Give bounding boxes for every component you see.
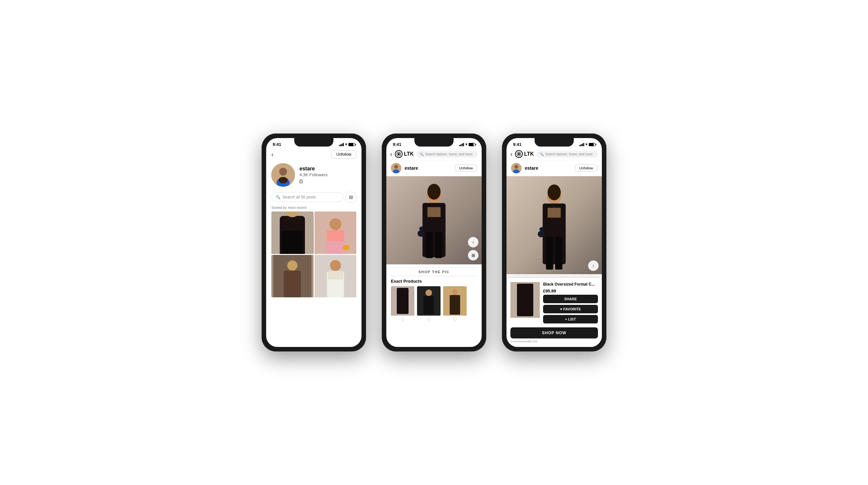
svg-point-1 [279,168,287,175]
svg-point-19 [330,260,341,271]
shop-now-btn[interactable]: SHOP NOW [510,327,598,338]
svg-rect-55 [555,237,562,269]
creator-row-3: estare Unfollow [506,160,602,176]
favorite-icon-3[interactable]: ♡ [453,317,457,322]
svg-point-36 [418,230,424,237]
svg-point-16 [287,260,298,270]
signal-icon-2 [459,143,464,146]
share-action-btn-2[interactable]: ↑ [468,237,478,248]
product-thumb-3[interactable]: ♡ [443,286,467,322]
profile-info: estare 4.3K Followers ⎙ [300,166,328,185]
grid-item-2[interactable] [314,212,356,254]
phone-2: 9:41 ▾ ‹ [382,133,486,352]
product-thumb-2[interactable]: ♡ [417,286,440,322]
creator-avatar-3 [511,163,522,173]
favorite-product-btn[interactable]: ♥ FAVORITE [543,305,598,313]
ltk-logo-svg-3 [517,152,521,156]
unfollow-button-2[interactable]: Unfollow [455,164,477,172]
profile-followers: 4.3K Followers [300,172,328,177]
svg-rect-54 [546,237,553,269]
status-icons-2: ▾ [459,142,475,147]
back-button-1[interactable]: ‹ [271,151,279,158]
product-thumb-1[interactable]: ♡ [391,286,414,322]
ltk-search-2[interactable]: 🔍 Search fashion, home, and more [416,151,478,158]
unfollow-button-1[interactable]: Unfollow [332,150,356,159]
grid-photo-4 [314,255,356,297]
post-photo-3: ↑ [506,176,602,274]
product-svg-2 [417,286,440,316]
product-img-1 [391,286,414,316]
list-product-btn[interactable]: + LIST [543,315,598,323]
signal-icon-3 [579,143,584,146]
svg-rect-38 [397,288,408,314]
back-button-3[interactable]: ‹ [510,151,513,158]
notch-1 [294,138,334,147]
ltk-search-3[interactable]: 🔍 Search fashion, home, and more [536,151,598,158]
save-action-btn-2[interactable]: ⊞ [468,250,478,260]
filter-button[interactable]: ⊟ [346,192,356,202]
phone-3: 9:41 ▾ ‹ [502,133,607,352]
svg-rect-41 [424,296,434,314]
share-action-btn-3[interactable]: ↑ [588,260,598,271]
ltk-logo-3: LTK [515,150,534,158]
svg-point-57 [548,185,561,200]
post-svg-2 [386,176,482,264]
grid-item-1[interactable] [271,212,313,254]
ltk-nav-2: ‹ LTK 🔍 Search fashion, home, and more [386,148,482,160]
share-icon[interactable]: ⎙ [300,179,328,185]
avatar-svg-1 [271,163,295,187]
svg-rect-17 [284,270,301,297]
svg-point-58 [539,227,545,231]
ltk-icon [395,150,403,158]
unfollow-button-3[interactable]: Unfollow [575,164,597,172]
post-image-3: ↑ Black Oversized Formal C... £95. [506,176,602,347]
battery-icon-2 [469,143,475,146]
product-card-svg [510,282,540,318]
posts-grid [266,212,362,347]
creator-avatar-svg-3 [511,163,522,173]
grid-item-3[interactable] [271,255,313,297]
share-product-btn[interactable]: SHARE [543,295,598,303]
products-row-2: ♡ ♡ [391,286,477,322]
exact-products-label: Exact Products [391,279,477,284]
shop-the-pic-label: SHOP THE PIC [391,268,477,276]
phone1-nav: ‹ Unfollow [266,148,362,161]
battery-icon-3 [589,143,595,146]
creator-name-3: estare [525,165,572,171]
grid-item-4[interactable] [314,255,356,297]
grid-photo-2 [314,212,356,254]
wifi-icon-3: ▾ [586,142,588,147]
product-card: Black Oversized Formal C... £95.89 SHARE… [506,278,602,347]
search-placeholder-3: Search fashion, home, and more [545,153,593,156]
creator-row-2: estare Unfollow [386,160,482,176]
svg-point-34 [428,184,440,199]
shop-section-2: SHOP THE PIC Exact Products ♡ [386,264,482,347]
favorite-icon-1[interactable]: ♡ [401,317,405,322]
ltk-logo-svg [397,152,401,156]
favorite-icon-2[interactable]: ♡ [427,317,431,322]
wifi-icon-1: ▾ [345,142,347,147]
post-svg-3 [506,176,602,274]
notch-2 [414,138,454,147]
time-1: 9:41 [273,142,281,147]
product-card-inner: Black Oversized Formal C... £95.89 SHARE… [510,282,598,323]
search-bar-row: 🔍 Search all 56 posts ⊟ [266,191,362,205]
search-bar[interactable]: 🔍 Search all 56 posts [271,192,343,202]
signal-icon-1 [339,143,344,146]
product-price: £95.89 [543,289,598,293]
product-card-info: Black Oversized Formal C... £95.89 SHARE… [543,282,598,323]
grid-photo-1 [271,212,313,254]
profile-section: estare 4.3K Followers ⎙ [266,161,362,191]
product-card-image [510,282,540,318]
ltk-brand-name-3: LTK [524,151,534,157]
creator-avatar-2 [391,163,401,173]
time-2: 9:41 [393,142,401,147]
ltk-brand-name: LTK [404,151,414,157]
search-icon: 🔍 [276,195,280,199]
back-button-2[interactable]: ‹ [390,151,392,158]
search-placeholder-2: Search fashion, home, and more [425,153,472,156]
wifi-icon-2: ▾ [465,142,467,147]
svg-point-10 [330,218,341,230]
post-photo-2 [386,176,482,264]
product-img-3 [443,286,467,316]
